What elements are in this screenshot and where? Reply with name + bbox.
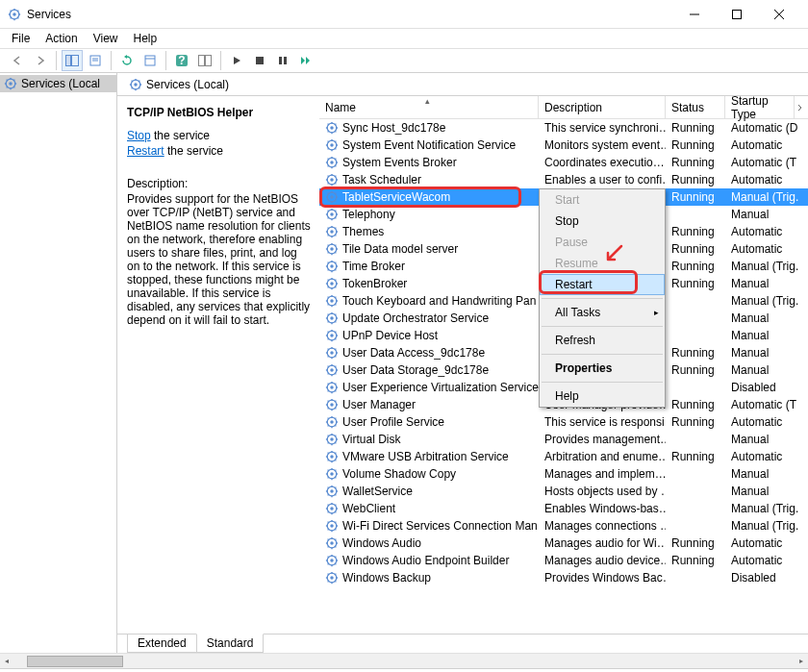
tree-node-label: Services (Local bbox=[21, 77, 100, 90]
toolbar: ? bbox=[0, 48, 808, 73]
service-name: User Data Storage_9dc178e bbox=[342, 363, 489, 377]
service-startup: Automatic (T bbox=[725, 398, 808, 411]
service-name: VMware USB Arbitration Service bbox=[342, 450, 509, 463]
service-startup: Manual bbox=[725, 329, 808, 342]
gear-icon bbox=[325, 242, 339, 256]
right-pane: Services (Local) TCP/IP NetBIOS Helper S… bbox=[117, 73, 808, 653]
context-properties[interactable]: Properties bbox=[540, 358, 665, 379]
column-headers: ▴ Name Description Status Startup Type bbox=[319, 96, 808, 119]
context-stop[interactable]: Stop bbox=[540, 211, 665, 232]
service-row[interactable]: System Event Notification ServiceMonitor… bbox=[319, 137, 808, 154]
refresh-button[interactable] bbox=[116, 50, 138, 71]
close-button[interactable] bbox=[758, 1, 800, 28]
help-button[interactable]: ? bbox=[171, 50, 192, 71]
window-title: Services bbox=[27, 8, 673, 21]
maximize-button[interactable] bbox=[716, 1, 758, 28]
gear-icon bbox=[325, 363, 339, 377]
service-startup: Disabled bbox=[725, 571, 808, 585]
sort-indicator: ▴ bbox=[425, 96, 430, 106]
column-overflow-chevron[interactable] bbox=[795, 96, 808, 118]
service-description: Enables Windows-bas… bbox=[539, 502, 666, 515]
tabs: Extended Standard bbox=[117, 634, 808, 653]
service-status: Running bbox=[666, 363, 725, 377]
horizontal-scrollbar[interactable]: ◂ ▸ bbox=[0, 653, 808, 668]
service-startup: Automatic bbox=[725, 242, 808, 256]
restart-service-button[interactable] bbox=[295, 50, 316, 71]
back-button[interactable] bbox=[7, 50, 28, 71]
svg-text:?: ? bbox=[178, 54, 185, 67]
service-startup: Manual (Trig. bbox=[725, 260, 808, 273]
minimize-button[interactable] bbox=[673, 1, 716, 28]
menu-action[interactable]: Action bbox=[38, 30, 85, 47]
column-description[interactable]: Description bbox=[539, 96, 666, 118]
service-row[interactable]: WalletServiceHosts objects used by …Manu… bbox=[319, 483, 808, 500]
scroll-right-arrow[interactable]: ▸ bbox=[795, 655, 808, 668]
service-startup: Manual bbox=[725, 311, 808, 325]
service-status: Running bbox=[666, 415, 725, 429]
scroll-thumb[interactable] bbox=[27, 656, 123, 667]
service-description: Hosts objects used by … bbox=[539, 485, 666, 498]
service-row[interactable]: Virtual DiskProvides management…Manual bbox=[319, 431, 808, 448]
svg-rect-11 bbox=[733, 10, 742, 18]
stop-link[interactable]: Stop bbox=[127, 129, 151, 142]
service-startup: Automatic bbox=[725, 225, 808, 238]
export-button[interactable] bbox=[85, 50, 106, 71]
service-status: Running bbox=[666, 121, 725, 135]
detail-restart-line: Restart the service bbox=[127, 144, 312, 158]
service-status: Running bbox=[666, 536, 725, 550]
service-row[interactable]: Task SchedulerEnables a user to confi…Ru… bbox=[319, 171, 808, 188]
detail-pane-button[interactable] bbox=[194, 50, 215, 71]
service-row[interactable]: User Profile ServiceThis service is resp… bbox=[319, 413, 808, 431]
service-row[interactable]: Windows AudioManages audio for Wi…Runnin… bbox=[319, 535, 808, 552]
column-status[interactable]: Status bbox=[666, 96, 725, 118]
service-row[interactable]: Windows BackupProvides Windows Bac…Disab… bbox=[319, 569, 808, 586]
service-name: Wi-Fi Direct Services Connection Man… bbox=[342, 519, 539, 533]
show-hide-tree-button[interactable] bbox=[62, 50, 83, 71]
menu-view[interactable]: View bbox=[86, 30, 126, 47]
gear-icon bbox=[325, 381, 339, 394]
service-name: Virtual Disk bbox=[342, 433, 400, 446]
properties-button[interactable] bbox=[139, 50, 161, 71]
gear-icon bbox=[325, 346, 339, 360]
gear-icon bbox=[325, 485, 339, 498]
service-row[interactable]: System Events BrokerCoordinates executio… bbox=[319, 154, 808, 171]
menu-file[interactable]: File bbox=[4, 30, 38, 47]
detail-heading: TCP/IP NetBIOS Helper bbox=[127, 106, 312, 119]
service-row[interactable]: Wi-Fi Direct Services Connection Man…Man… bbox=[319, 517, 808, 535]
forward-button[interactable] bbox=[30, 50, 51, 71]
stop-service-button[interactable] bbox=[249, 50, 270, 71]
service-startup: Manual bbox=[725, 433, 808, 446]
context-help[interactable]: Help bbox=[540, 386, 665, 407]
service-name: Tile Data model server bbox=[342, 242, 458, 256]
context-restart[interactable]: Restart bbox=[540, 274, 665, 295]
service-description: Manages audio for Wi… bbox=[539, 536, 666, 550]
service-startup: Manual bbox=[725, 208, 808, 221]
service-row[interactable]: Sync Host_9dc178eThis service synchroni…… bbox=[319, 119, 808, 137]
tab-extended[interactable]: Extended bbox=[127, 635, 197, 653]
tab-standard[interactable]: Standard bbox=[196, 634, 265, 653]
svg-rect-19 bbox=[145, 56, 155, 65]
context-refresh[interactable]: Refresh bbox=[540, 330, 665, 351]
service-row[interactable]: Windows Audio Endpoint BuilderManages au… bbox=[319, 552, 808, 569]
restart-link[interactable]: Restart bbox=[127, 144, 164, 158]
service-row[interactable]: Volume Shadow CopyManages and implem…Man… bbox=[319, 465, 808, 483]
start-service-button[interactable] bbox=[226, 50, 247, 71]
service-description: Provides Windows Bac… bbox=[539, 571, 666, 585]
tree-node-services[interactable]: Services (Local bbox=[0, 75, 116, 92]
window-titlebar: Services bbox=[0, 0, 808, 29]
service-row[interactable]: VMware USB Arbitration ServiceArbitratio… bbox=[319, 448, 808, 465]
gear-icon bbox=[325, 502, 339, 515]
service-row[interactable]: WebClientEnables Windows-bas…Manual (Tri… bbox=[319, 500, 808, 517]
service-name: Volume Shadow Copy bbox=[342, 467, 456, 481]
gear-icon bbox=[325, 208, 339, 221]
service-name: User Data Access_9dc178e bbox=[342, 346, 485, 360]
column-startup[interactable]: Startup Type bbox=[725, 96, 795, 118]
pause-service-button[interactable] bbox=[272, 50, 293, 71]
context-menu: Start Stop Pause Resume Restart All Task… bbox=[539, 188, 666, 408]
context-alltasks[interactable]: All Tasks bbox=[540, 302, 665, 323]
menu-help[interactable]: Help bbox=[126, 30, 165, 47]
scroll-left-arrow[interactable]: ◂ bbox=[0, 655, 13, 668]
service-startup: Manual bbox=[725, 277, 808, 290]
console-tree: Services (Local bbox=[0, 73, 117, 653]
toolbar-separator bbox=[165, 51, 166, 70]
